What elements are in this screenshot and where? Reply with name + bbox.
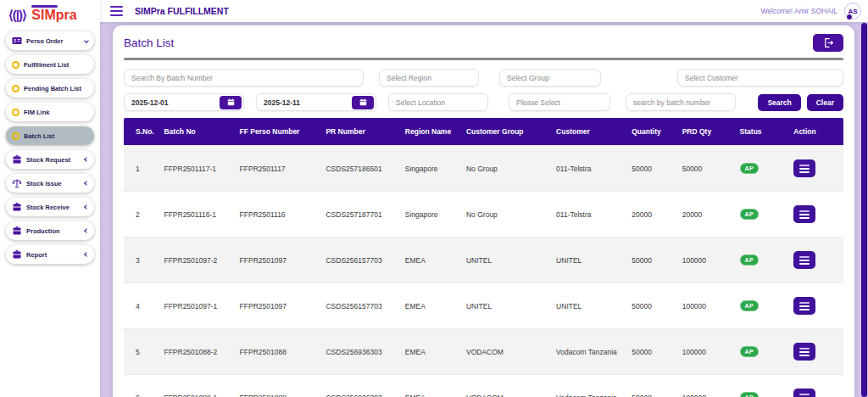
- scales-icon: [12, 178, 22, 188]
- export-icon: [823, 37, 834, 48]
- circle-icon: [12, 85, 19, 92]
- row-action-button[interactable]: [793, 251, 815, 269]
- sidebar-item-label: Pending Batch List: [24, 85, 81, 92]
- cell-ff-perso-number: FFPR2501116: [236, 192, 322, 238]
- row-action-button[interactable]: [793, 159, 815, 177]
- cell-ff-perso-number: FFPR2501117: [236, 146, 322, 192]
- row-action-button[interactable]: [793, 205, 815, 223]
- batch-table-body: 1 FFPR2501117-1 FFPR2501117 CSDS25718650…: [124, 146, 843, 397]
- cell-status: AP: [736, 283, 790, 329]
- status-badge: AP: [740, 392, 759, 397]
- menu-icon: [799, 394, 810, 397]
- cell-sno: 3: [124, 238, 159, 283]
- cell-sno: 6: [124, 375, 159, 397]
- calendar-icon: [359, 98, 367, 106]
- please-select-dropdown[interactable]: [509, 93, 610, 111]
- cell-customer-group: UNITEL: [462, 283, 552, 329]
- cell-prd-qty: 100000: [678, 283, 736, 329]
- chevron-left-icon: [84, 228, 89, 233]
- calendar-icon: [227, 98, 235, 106]
- col-prd-qty: PRD Qty: [678, 118, 736, 146]
- batch-table: S.No. Batch No FF Perso Number PR Number…: [124, 118, 843, 397]
- sidebar-item-stock-request[interactable]: Stock Request: [6, 150, 94, 169]
- status-badge: AP: [740, 209, 759, 220]
- row-action-button[interactable]: [793, 389, 815, 397]
- sidebar-item-batch-list[interactable]: Batch List: [6, 126, 94, 145]
- cell-pr-number: CSDS256936303: [321, 329, 400, 375]
- row-action-button[interactable]: [793, 297, 815, 315]
- brand-logo: ⟨(|)⟩ SIMpra: [0, 0, 100, 31]
- cell-region-name: Singapore: [401, 192, 462, 238]
- cell-pr-number: CSDS256936303: [321, 375, 400, 397]
- circle-icon: [12, 109, 19, 116]
- select-group-dropdown[interactable]: [499, 69, 601, 87]
- briefcase-icon: [12, 202, 22, 212]
- cell-region-name: EMEA: [401, 329, 462, 375]
- cell-prd-qty: 50000: [678, 146, 736, 192]
- sidebar-item-fulfillment-list[interactable]: Fulfillment List: [6, 55, 94, 74]
- sidebar-item-report[interactable]: Report: [6, 245, 94, 264]
- sidebar-item-label: Report: [26, 251, 47, 259]
- title-divider: [124, 58, 843, 60]
- sidebar-item-stock-issue[interactable]: Stock Issue: [6, 174, 94, 193]
- sidebar-item-label: Fulfillment List: [24, 61, 69, 69]
- cell-prd-qty: 100000: [678, 375, 736, 397]
- cell-status: AP: [736, 146, 790, 192]
- cell-batch-no: FFPR2501088-2: [159, 329, 235, 375]
- cell-customer-group: VODACOM: [462, 375, 552, 397]
- cell-status: AP: [736, 329, 790, 375]
- hamburger-menu-icon[interactable]: [110, 6, 123, 17]
- select-region-dropdown[interactable]: [379, 69, 479, 87]
- cell-status: AP: [736, 192, 790, 238]
- menu-icon: [799, 165, 810, 173]
- batch-number-search-input[interactable]: [626, 93, 736, 111]
- welcome-text: Welcome! Amir SOHAIL: [760, 7, 837, 15]
- chevron-left-icon: [84, 157, 89, 162]
- date-from-calendar-button[interactable]: [220, 96, 242, 109]
- table-row: 1 FFPR2501117-1 FFPR2501117 CSDS25718650…: [124, 146, 843, 192]
- cell-quantity: 20000: [627, 192, 677, 238]
- cell-region-name: EMEA: [401, 283, 462, 329]
- cell-batch-no: FFPR2501088-1: [159, 375, 235, 397]
- search-button[interactable]: Search: [758, 94, 800, 111]
- status-badge: AP: [740, 254, 759, 266]
- cell-quantity: 50000: [627, 283, 677, 329]
- sidebar-item-stock-receive[interactable]: Stock Receive: [6, 198, 94, 216]
- col-sno: S.No.: [124, 118, 159, 146]
- cell-customer-group: No Group: [462, 192, 552, 238]
- cell-batch-no: FFPR2501117-1: [159, 146, 235, 192]
- row-action-button[interactable]: [793, 343, 815, 361]
- sidebar-item-label: Stock Request: [26, 156, 70, 164]
- date-to-field: [256, 93, 376, 111]
- cell-sno: 5: [124, 329, 159, 375]
- col-pr-number: PR Number: [321, 118, 400, 146]
- col-customer-group: Customer Group: [462, 118, 552, 146]
- cell-region-name: EMEA: [401, 238, 462, 283]
- cell-customer-group: No Group: [462, 146, 552, 192]
- search-batch-number-input[interactable]: [124, 69, 364, 87]
- cell-pr-number: CSDS256157703: [321, 238, 400, 283]
- select-customer-dropdown[interactable]: [677, 69, 843, 87]
- brand-logo-text: SIMpra: [31, 8, 76, 22]
- cell-pr-number: CSDS257186501: [321, 146, 400, 192]
- cell-prd-qty: 100000: [678, 238, 736, 283]
- sidebar-item-fim-link[interactable]: FIM Link: [6, 103, 94, 121]
- cell-customer-group: UNITEL: [462, 238, 552, 283]
- sidebar-item-perso-order[interactable]: Perso Order: [6, 31, 94, 50]
- col-customer: Customer: [552, 118, 627, 146]
- cell-batch-no: FFPR2501097-1: [159, 283, 235, 329]
- sidebar-item-production[interactable]: Production: [6, 221, 94, 240]
- menu-icon: [799, 210, 810, 219]
- col-action: Action: [789, 118, 843, 146]
- vertical-scrollbar[interactable]: [861, 23, 867, 397]
- cell-sno: 2: [124, 192, 159, 238]
- select-location-dropdown[interactable]: [388, 93, 488, 111]
- table-header-row: S.No. Batch No FF Perso Number PR Number…: [124, 118, 843, 146]
- sidebar-item-pending-batch-list[interactable]: Pending Batch List: [6, 79, 94, 98]
- menu-icon: [799, 256, 810, 265]
- clear-button[interactable]: Clear: [807, 94, 843, 111]
- circle-icon: [12, 61, 19, 69]
- user-avatar[interactable]: AS: [844, 3, 861, 20]
- export-button[interactable]: [813, 34, 843, 52]
- date-to-calendar-button[interactable]: [352, 96, 374, 109]
